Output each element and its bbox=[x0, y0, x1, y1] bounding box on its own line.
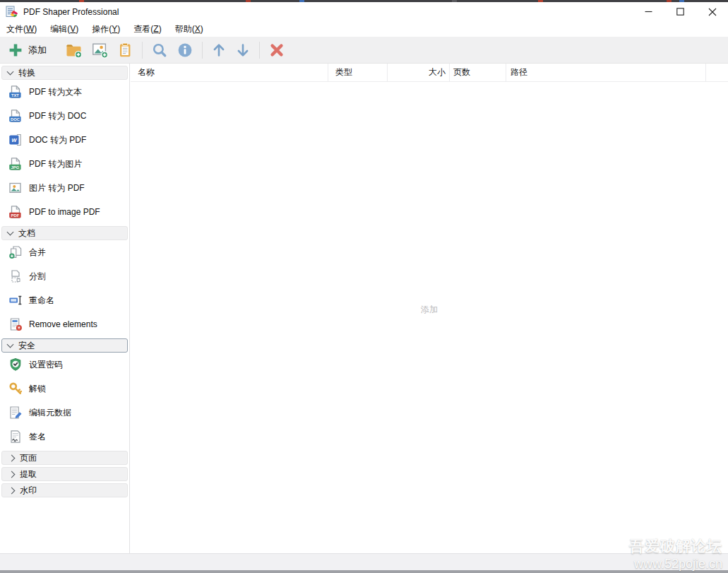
menu-actions[interactable]: 操作(Y) bbox=[87, 21, 125, 37]
column-header-size[interactable]: 大小 bbox=[388, 64, 450, 81]
move-down-button[interactable] bbox=[231, 39, 255, 61]
item-label: PDF 转为文本 bbox=[29, 86, 82, 98]
sidebar-item-sign[interactable]: 签名 bbox=[0, 425, 129, 449]
app-window: PDF Shaper Professional 文件(W) 编辑(V) 操作(Y… bbox=[0, 2, 728, 573]
svg-text:TXT: TXT bbox=[11, 93, 19, 98]
sidebar: 转换 TXTPDF 转为文本 DOCPDF 转为 DOC wDOC 转为 PDF… bbox=[0, 64, 130, 553]
svg-text:JPG: JPG bbox=[11, 165, 20, 170]
section-label: 提取 bbox=[20, 468, 37, 480]
sidebar-section-watermark[interactable]: 水印 bbox=[1, 483, 128, 497]
item-label: PDF 转为 DOC bbox=[29, 110, 86, 122]
clipboard-icon bbox=[117, 42, 133, 59]
menu-view[interactable]: 查看(Z) bbox=[129, 21, 166, 37]
shield-icon bbox=[8, 358, 23, 372]
sidebar-section-extract[interactable]: 提取 bbox=[1, 467, 128, 481]
item-label: PDF 转为图片 bbox=[29, 158, 82, 170]
svg-text:PDF: PDF bbox=[11, 213, 20, 218]
pdf-to-doc-icon: DOC bbox=[8, 109, 23, 123]
file-list-area: 名称 类型 大小 页数 路径 添加 bbox=[131, 64, 728, 553]
section-label: 转换 bbox=[18, 67, 35, 79]
menu-bar: 文件(W) 编辑(V) 操作(Y) 查看(Z) 帮助(X) bbox=[0, 21, 728, 37]
file-list-empty-area[interactable]: 添加 bbox=[131, 82, 728, 553]
minimize-button[interactable] bbox=[633, 2, 664, 21]
item-label: 合并 bbox=[29, 247, 46, 259]
chevron-down-icon bbox=[7, 341, 14, 348]
section-label: 安全 bbox=[18, 340, 35, 352]
sidebar-item-rename[interactable]: 重命名 bbox=[0, 288, 129, 312]
remove-icon bbox=[8, 317, 23, 331]
item-label: 解锁 bbox=[29, 383, 46, 395]
sidebar-item-merge[interactable]: 合并 bbox=[0, 240, 129, 264]
column-header-pages[interactable]: 页数 bbox=[450, 64, 506, 81]
word-icon: w bbox=[8, 133, 23, 147]
chevron-right-icon bbox=[8, 487, 16, 494]
move-up-button[interactable] bbox=[207, 39, 231, 61]
column-header-path[interactable]: 路径 bbox=[506, 64, 706, 81]
add-button-label: 添加 bbox=[28, 44, 47, 57]
remove-button[interactable] bbox=[264, 39, 290, 61]
column-header-filler bbox=[706, 64, 728, 81]
item-label: 设置密码 bbox=[29, 359, 63, 371]
toolbar-separator bbox=[142, 42, 143, 59]
item-label: PDF to image PDF bbox=[29, 207, 100, 217]
search-icon bbox=[151, 42, 168, 59]
menu-file[interactable]: 文件(W) bbox=[1, 21, 42, 37]
add-button[interactable]: 添加 bbox=[4, 39, 51, 61]
add-folder-button[interactable] bbox=[61, 39, 87, 61]
svg-text:DOC: DOC bbox=[11, 117, 20, 122]
folder-add-icon bbox=[65, 42, 83, 59]
menu-edit[interactable]: 编辑(V) bbox=[45, 21, 83, 37]
merge-icon bbox=[8, 245, 23, 259]
key-icon bbox=[8, 382, 23, 396]
maximize-icon bbox=[676, 8, 684, 16]
item-label: 重命名 bbox=[29, 295, 54, 307]
close-icon bbox=[708, 8, 717, 16]
signature-icon bbox=[8, 430, 23, 444]
pdf-to-image-pdf-icon: PDF bbox=[8, 205, 23, 219]
image-add-icon bbox=[91, 42, 108, 59]
column-header-type[interactable]: 类型 bbox=[328, 64, 388, 81]
sidebar-item-image-to-pdf[interactable]: 图片 转为 PDF bbox=[0, 176, 129, 200]
menu-help[interactable]: 帮助(X) bbox=[170, 21, 208, 37]
sidebar-section-security[interactable]: 安全 bbox=[1, 338, 128, 353]
sidebar-item-edit-metadata[interactable]: 编辑元数据 bbox=[0, 401, 129, 425]
sidebar-item-pdf-to-image-pdf[interactable]: PDFPDF to image PDF bbox=[0, 200, 129, 224]
sidebar-item-pdf-to-text[interactable]: TXTPDF 转为文本 bbox=[0, 80, 129, 104]
sidebar-item-set-password[interactable]: 设置密码 bbox=[0, 353, 129, 377]
close-button[interactable] bbox=[696, 2, 728, 21]
sidebar-item-remove-elements[interactable]: Remove elements bbox=[0, 312, 129, 336]
metadata-icon bbox=[8, 406, 23, 420]
section-label: 页面 bbox=[20, 452, 37, 464]
minimize-icon bbox=[645, 8, 652, 16]
toolbar-separator bbox=[259, 42, 260, 59]
split-icon bbox=[8, 269, 23, 283]
sidebar-item-doc-to-pdf[interactable]: wDOC 转为 PDF bbox=[0, 128, 129, 152]
delete-icon bbox=[268, 42, 285, 59]
info-button[interactable] bbox=[172, 39, 198, 61]
info-icon bbox=[177, 42, 193, 59]
item-label: 图片 转为 PDF bbox=[29, 182, 85, 194]
search-button[interactable] bbox=[147, 39, 172, 61]
sidebar-item-pdf-to-image[interactable]: JPGPDF 转为图片 bbox=[0, 152, 129, 176]
sidebar-item-unlock[interactable]: 解锁 bbox=[0, 377, 129, 401]
sidebar-section-document[interactable]: 文档 bbox=[1, 226, 128, 240]
sidebar-section-convert[interactable]: 转换 bbox=[1, 66, 128, 80]
image-icon bbox=[8, 181, 23, 195]
title-bar: PDF Shaper Professional bbox=[0, 2, 728, 21]
svg-text:w: w bbox=[11, 136, 17, 143]
pdf-to-text-icon: TXT bbox=[8, 85, 23, 99]
add-image-button[interactable] bbox=[87, 39, 112, 61]
paste-button[interactable] bbox=[112, 39, 138, 61]
maximize-button[interactable] bbox=[664, 2, 696, 21]
sidebar-section-pages[interactable]: 页面 bbox=[1, 451, 128, 465]
sidebar-item-split[interactable]: 分割 bbox=[0, 264, 129, 288]
chevron-down-icon bbox=[7, 69, 14, 76]
column-header-name[interactable]: 名称 bbox=[131, 64, 328, 81]
pdf-to-image-icon: JPG bbox=[8, 157, 23, 171]
rename-icon bbox=[8, 293, 23, 307]
window-bottom-edge bbox=[0, 570, 728, 573]
item-label: 编辑元数据 bbox=[29, 407, 71, 419]
window-title: PDF Shaper Professional bbox=[23, 7, 119, 17]
sidebar-item-pdf-to-doc[interactable]: DOCPDF 转为 DOC bbox=[0, 104, 129, 128]
section-label: 文档 bbox=[18, 228, 35, 240]
